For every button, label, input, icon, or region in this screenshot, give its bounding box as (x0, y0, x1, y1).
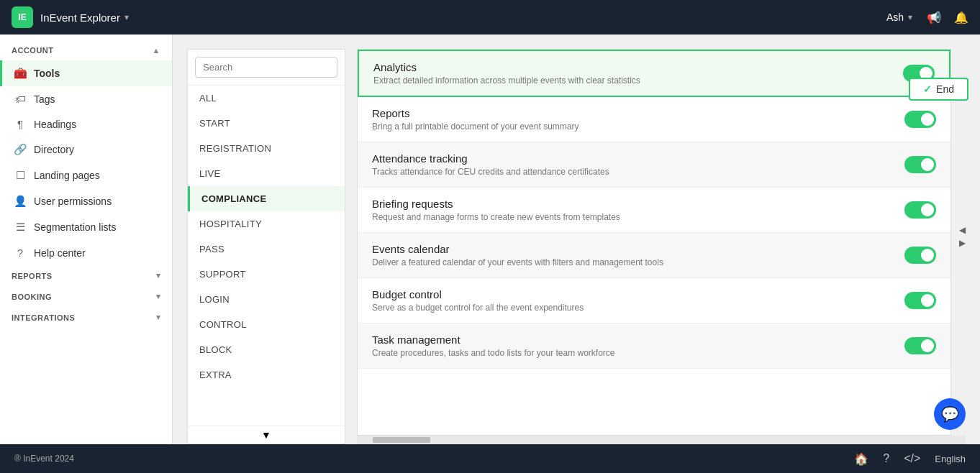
segmentation-lists-icon: ☰ (14, 221, 27, 234)
sidebar-item-user-permissions[interactable]: 👤 User permissions (0, 188, 172, 214)
search-input[interactable] (195, 57, 337, 78)
tool-row-attendance: Attendance tracking Tracks attendance fo… (358, 142, 950, 188)
sidebar-item-help-center[interactable]: ? Help center (0, 240, 172, 265)
bell-icon[interactable]: 🔔 (954, 11, 968, 24)
filter-live[interactable]: LIVE (188, 161, 345, 186)
toggle-budget-control[interactable] (904, 292, 936, 309)
filter-extra[interactable]: EXTRA (188, 362, 345, 387)
integrations-chevron: ▾ (156, 313, 161, 322)
horizontal-scrollbar[interactable] (357, 436, 966, 444)
main-layout: ACCOUNT ▲ 🧰 Tools 🏷 Tags ¶ Headings 🔗 Di… (0, 35, 980, 444)
top-nav: IE InEvent Explorer ▾ Ash ▾ 📢 🔔 (0, 0, 980, 35)
toggle-reports[interactable] (904, 111, 936, 128)
tool-name-analytics: Analytics (373, 61, 640, 73)
home-icon[interactable]: 🏠 (854, 452, 868, 466)
tools-list: Analytics Extract detailed information a… (357, 49, 951, 436)
toggle-slider-briefing (904, 201, 936, 219)
filter-start[interactable]: START (188, 111, 345, 136)
tools-icon: 🧰 (14, 67, 27, 80)
toggle-slider-attendance (904, 156, 936, 173)
tool-name-events-calendar: Events calendar (372, 243, 663, 255)
filter-all[interactable]: ALL (188, 86, 345, 111)
end-button[interactable]: ✓ End (909, 78, 968, 101)
tool-info-budget-control: Budget control Serve as a budget control… (372, 288, 584, 313)
tool-info-task-management: Task management Create procedures, tasks… (372, 334, 614, 358)
tool-name-attendance: Attendance tracking (372, 152, 609, 165)
toggle-events-calendar[interactable] (904, 247, 936, 264)
tool-row-reports: Reports Bring a full printable document … (358, 97, 950, 142)
language-selector[interactable]: English (935, 454, 966, 464)
search-box (188, 50, 345, 86)
scroll-down-indicator[interactable]: ▼ (188, 426, 345, 444)
horizontal-scroll-thumb (373, 437, 430, 443)
tool-row-budget-control: Budget control Serve as a budget control… (358, 278, 950, 323)
chat-icon: 💬 (941, 405, 959, 423)
reports-chevron: ▾ (156, 271, 161, 280)
tool-name-task-management: Task management (372, 334, 614, 346)
headings-icon: ¶ (14, 118, 27, 130)
filter-compliance[interactable]: COMPLIANCE (188, 186, 345, 211)
title-chevron[interactable]: ▾ (124, 12, 129, 22)
sidebar-item-tools[interactable]: 🧰 Tools (0, 60, 172, 86)
copyright: ® InEvent 2024 (14, 454, 854, 464)
filter-support[interactable]: SUPPORT (188, 262, 345, 287)
filter-pass[interactable]: PASS (188, 236, 345, 262)
sidebar-item-segmentation-lists[interactable]: ☰ Segmentation lists (0, 214, 172, 240)
filter-list: ALL START REGISTRATION LIVE COMPLIANCE H… (188, 86, 345, 387)
app-title: InEvent Explorer (40, 12, 120, 24)
sidebar-item-headings[interactable]: ¶ Headings (0, 111, 172, 137)
content-area: ALL START REGISTRATION LIVE COMPLIANCE H… (173, 35, 980, 444)
main-content: ALL START REGISTRATION LIVE COMPLIANCE H… (173, 35, 980, 444)
filter-login[interactable]: LOGIN (188, 287, 345, 312)
tool-row-analytics: Analytics Extract detailed information a… (358, 50, 950, 97)
tool-desc-attendance: Tracks attendance for CEU credits and at… (372, 167, 609, 177)
toggle-slider-budget-control (904, 292, 936, 309)
booking-chevron: ▾ (156, 292, 161, 301)
footer: ® InEvent 2024 🏠 ? </> English (0, 444, 980, 473)
tools-panel-wrapper: Analytics Extract detailed information a… (357, 49, 966, 444)
user-menu[interactable]: Ash ▾ (886, 12, 912, 23)
sidebar-section-account[interactable]: ACCOUNT ▲ (0, 40, 172, 60)
logo: IE (12, 6, 33, 28)
toggle-briefing[interactable] (904, 201, 936, 219)
directory-icon: 🔗 (14, 143, 27, 156)
tags-icon: 🏷 (14, 93, 27, 105)
user-permissions-icon: 👤 (14, 195, 27, 208)
tool-info-briefing: Briefing requests Request and manage for… (372, 198, 620, 222)
toggle-attendance[interactable] (904, 156, 936, 173)
tool-desc-briefing: Request and manage forms to create new e… (372, 212, 620, 222)
sidebar-item-directory[interactable]: 🔗 Directory (0, 137, 172, 162)
tool-info-events-calendar: Events calendar Deliver a featured calen… (372, 243, 663, 267)
filter-registration[interactable]: REGISTRATION (188, 136, 345, 161)
tool-desc-task-management: Create procedures, tasks and todo lists … (372, 348, 614, 358)
chat-button[interactable]: 💬 (934, 398, 966, 430)
tool-name-reports: Reports (372, 107, 579, 119)
tool-desc-reports: Bring a full printable document of your … (372, 121, 579, 132)
filter-hospitality[interactable]: HOSPITALITY (188, 211, 345, 236)
footer-icons: 🏠 ? </> English (854, 452, 966, 466)
filter-panel: ALL START REGISTRATION LIVE COMPLIANCE H… (187, 49, 345, 444)
account-chevron: ▲ (153, 46, 160, 55)
sidebar-section-integrations[interactable]: INTEGRATIONS ▾ (0, 307, 172, 328)
tool-name-briefing: Briefing requests (372, 198, 620, 210)
tool-row-task-management: Task management Create procedures, tasks… (358, 323, 950, 369)
sidebar-item-landing-pages[interactable]: ☐ Landing pages (0, 162, 172, 188)
tool-info-analytics: Analytics Extract detailed information a… (373, 61, 640, 86)
tool-info-reports: Reports Bring a full printable document … (372, 107, 579, 132)
sidebar-item-tags[interactable]: 🏷 Tags (0, 86, 172, 111)
expand-panel-icon[interactable]: ◀ ▶ (959, 225, 966, 248)
sidebar-section-reports[interactable]: REPORTS ▾ (0, 265, 172, 286)
tool-row-briefing: Briefing requests Request and manage for… (358, 188, 950, 233)
user-name: Ash (886, 12, 904, 23)
code-icon[interactable]: </> (904, 452, 920, 465)
tool-desc-events-calendar: Deliver a featured calendar of your even… (372, 257, 663, 267)
megaphone-icon[interactable]: 📢 (927, 11, 941, 24)
filter-control[interactable]: CONTROL (188, 312, 345, 337)
toggle-slider-task-management (904, 337, 936, 354)
help-center-icon: ? (14, 247, 27, 259)
sidebar-section-booking[interactable]: BOOKING ▾ (0, 286, 172, 307)
tool-info-attendance: Attendance tracking Tracks attendance fo… (372, 152, 609, 177)
filter-block[interactable]: BLOCK (188, 337, 345, 362)
toggle-task-management[interactable] (904, 337, 936, 354)
question-icon[interactable]: ? (883, 452, 889, 465)
